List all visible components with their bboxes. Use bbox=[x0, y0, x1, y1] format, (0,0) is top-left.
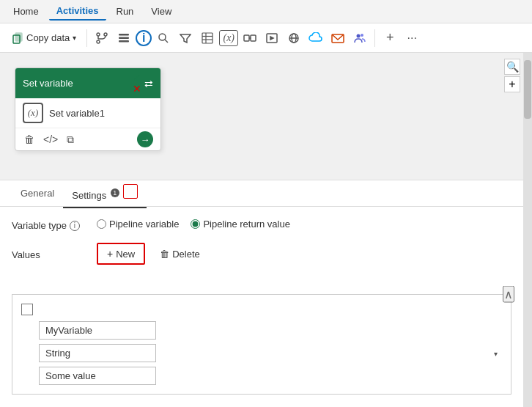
execute-icon bbox=[265, 32, 278, 45]
add-button[interactable]: + bbox=[380, 28, 400, 48]
activity-status: ✓ ✕ bbox=[133, 73, 141, 94]
svg-point-2 bbox=[97, 33, 100, 36]
value-input[interactable] bbox=[39, 367, 156, 385]
tab-settings[interactable]: Settings 1 bbox=[63, 178, 147, 208]
select-arrow-icon: ▾ bbox=[494, 349, 498, 357]
menu-run[interactable]: Run bbox=[109, 3, 141, 20]
values-label: Values bbox=[12, 248, 85, 260]
search-button[interactable] bbox=[153, 28, 174, 48]
main-area: Set variable ✓ ✕ ⇄ (x) Set variable1 🗑 <… bbox=[0, 53, 532, 407]
activity-header: Set variable ✓ ✕ ⇄ bbox=[15, 68, 160, 98]
values-controls: + New 🗑 Delete bbox=[97, 243, 209, 265]
values-row: Values + New 🗑 Delete bbox=[12, 243, 511, 265]
canvas-scrollbar-thumb bbox=[524, 60, 531, 119]
mail-button[interactable] bbox=[328, 28, 348, 48]
plus-icon: + bbox=[107, 248, 113, 260]
svg-point-8 bbox=[159, 34, 166, 40]
canvas[interactable]: Set variable ✓ ✕ ⇄ (x) Set variable1 🗑 <… bbox=[0, 53, 532, 407]
dropdown-arrow-icon: ▾ bbox=[73, 34, 76, 42]
list-button[interactable] bbox=[114, 28, 134, 48]
search-icon bbox=[158, 32, 169, 44]
copy-data-button[interactable]: Copy data ▾ bbox=[6, 29, 82, 47]
branch-button[interactable] bbox=[92, 28, 112, 48]
menu-view[interactable]: View bbox=[144, 3, 179, 20]
variable-type-info-icon[interactable]: i bbox=[70, 221, 80, 231]
cloud-button[interactable] bbox=[306, 28, 326, 48]
arrow-activity-button[interactable]: → bbox=[137, 131, 153, 147]
execute-button[interactable] bbox=[262, 28, 282, 48]
trash-icon: 🗑 bbox=[160, 249, 169, 260]
tab-general[interactable]: General bbox=[12, 182, 63, 205]
svg-point-4 bbox=[97, 40, 100, 43]
foreach-button[interactable] bbox=[240, 28, 260, 48]
table-area: String Integer Boolean Array Object ▾ bbox=[12, 294, 511, 395]
activity-scroll-icon[interactable]: ⇄ bbox=[144, 78, 153, 89]
new-button[interactable]: + New bbox=[97, 243, 145, 265]
variable-button[interactable]: (x) bbox=[219, 30, 238, 46]
pipeline-variable-text: Pipeline variable bbox=[109, 219, 179, 230]
filter-icon bbox=[180, 32, 191, 44]
toolbar: Copy data ▾ i (x) + ··· bbox=[0, 23, 532, 53]
activity-name: Set variable1 bbox=[49, 108, 105, 119]
mail-icon bbox=[331, 32, 344, 44]
svg-rect-14 bbox=[244, 35, 249, 41]
zoom-plus-button[interactable]: + bbox=[504, 76, 520, 92]
row-checkbox[interactable] bbox=[21, 304, 33, 315]
svg-rect-7 bbox=[119, 40, 129, 43]
code-activity-button[interactable]: </> bbox=[42, 132, 59, 147]
variable-name-input[interactable] bbox=[39, 321, 156, 340]
delete-button[interactable]: 🗑 Delete bbox=[151, 245, 209, 263]
activity-header-controls: ✓ ✕ ⇄ bbox=[133, 73, 153, 94]
svg-rect-10 bbox=[202, 33, 213, 43]
delete-activity-button[interactable]: 🗑 bbox=[23, 132, 36, 147]
table-header-row bbox=[21, 304, 502, 315]
status-check-icon: ✓ bbox=[133, 73, 141, 83]
copy-icon bbox=[12, 32, 23, 44]
pipeline-variable-radio[interactable] bbox=[97, 219, 106, 229]
svg-rect-6 bbox=[119, 37, 129, 39]
pipeline-return-radio-label[interactable]: Pipeline return value bbox=[191, 219, 290, 230]
canvas-scrollbar[interactable] bbox=[523, 53, 532, 407]
more-button[interactable]: ··· bbox=[402, 28, 422, 48]
info-button[interactable]: i bbox=[136, 30, 152, 46]
activity-toolbar: 🗑 </> ⧉ → bbox=[15, 128, 160, 150]
panel-collapse-button[interactable]: ∧ bbox=[503, 285, 514, 302]
table-icon bbox=[202, 32, 213, 44]
panel-content: Variable type i Pipeline variable Pipeli… bbox=[0, 207, 523, 288]
variable-type-value: Pipeline variable Pipeline return value bbox=[97, 219, 290, 230]
svg-rect-1 bbox=[15, 33, 22, 41]
foreach-icon bbox=[243, 32, 256, 45]
activity-body: (x) Set variable1 bbox=[15, 98, 160, 128]
toolbar-separator-1 bbox=[86, 29, 87, 47]
list-icon bbox=[117, 32, 130, 45]
globe-button[interactable] bbox=[284, 28, 304, 48]
zoom-search-button[interactable]: 🔍 bbox=[504, 59, 520, 75]
pipeline-return-text: Pipeline return value bbox=[203, 219, 290, 230]
svg-rect-5 bbox=[119, 34, 129, 36]
type-select-wrap: String Integer Boolean Array Object ▾ bbox=[39, 344, 502, 362]
variable-type-label: Variable type i bbox=[12, 219, 85, 231]
branch-icon bbox=[95, 32, 108, 45]
zoom-controls: 🔍 + bbox=[504, 59, 520, 92]
globe-icon bbox=[288, 32, 300, 44]
bottom-panel: General Settings 1 ∧ Variable type i bbox=[0, 180, 523, 407]
pipeline-variable-radio-label[interactable]: Pipeline variable bbox=[97, 219, 179, 230]
panel-tabs: General Settings 1 ∧ bbox=[0, 180, 523, 207]
filter-button[interactable] bbox=[175, 28, 196, 48]
activity-block: Set variable ✓ ✕ ⇄ (x) Set variable1 🗑 <… bbox=[15, 67, 161, 151]
teams-icon bbox=[353, 32, 366, 44]
menu-home[interactable]: Home bbox=[6, 3, 46, 20]
pipeline-return-radio[interactable] bbox=[191, 219, 200, 229]
menu-activities[interactable]: Activities bbox=[49, 2, 106, 21]
type-select[interactable]: String Integer Boolean Array Object bbox=[39, 344, 156, 362]
table-inputs: String Integer Boolean Array Object ▾ bbox=[21, 321, 502, 385]
table-button[interactable] bbox=[197, 28, 218, 48]
teams-button[interactable] bbox=[350, 28, 370, 48]
copy-activity-button[interactable]: ⧉ bbox=[65, 132, 75, 147]
status-x-icon: ✕ bbox=[133, 84, 141, 94]
menu-bar: Home Activities Run View bbox=[0, 0, 532, 23]
svg-point-21 bbox=[357, 34, 361, 37]
svg-point-22 bbox=[361, 34, 363, 37]
toolbar-separator-2 bbox=[374, 29, 375, 47]
variable-type-row: Variable type i Pipeline variable Pipeli… bbox=[12, 219, 511, 231]
